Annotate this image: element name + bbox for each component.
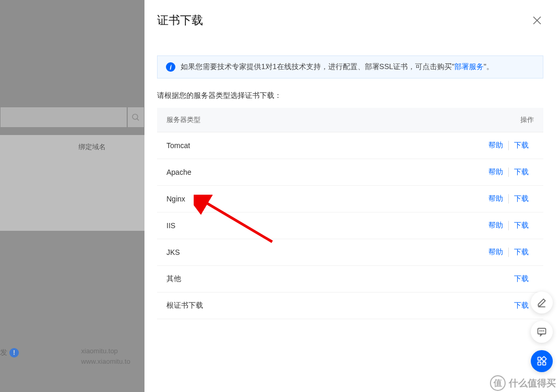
server-type-name: Apache	[166, 168, 191, 176]
search-icon[interactable]	[127, 107, 144, 128]
server-type-name: IIS	[166, 221, 175, 230]
download-link[interactable]: 下载	[508, 221, 534, 230]
help-link[interactable]: 帮助	[483, 221, 508, 230]
table-row: JKS 帮助 下载	[157, 239, 543, 266]
download-link[interactable]: 下载	[508, 248, 534, 257]
svg-point-9	[543, 331, 544, 331]
svg-line-1	[137, 118, 139, 120]
table-row: Apache 帮助 下载	[157, 159, 543, 186]
table-row: 其他 下载	[157, 266, 543, 293]
server-type-table: 服务器类型 操作 Tomcat 帮助 下载 Apache 帮助 下载 Nginx…	[157, 108, 543, 319]
apps-float-button[interactable]	[531, 350, 553, 372]
help-link[interactable]: 帮助	[483, 248, 508, 257]
close-button[interactable]	[531, 14, 543, 27]
svg-point-8	[542, 331, 542, 331]
server-type-name: JKS	[166, 248, 180, 256]
server-type-name: 根证书下载	[166, 301, 203, 310]
table-row: Tomcat 帮助 下载	[157, 132, 543, 159]
svg-rect-11	[538, 362, 541, 365]
cert-download-modal: 证书下载 i 如果您需要技术专家提供1对1在线技术支持，进行配置、部署SSL证书…	[144, 0, 558, 392]
svg-point-7	[540, 331, 540, 331]
svg-rect-13	[541, 356, 546, 361]
watermark: 值 什么值得买	[490, 375, 556, 391]
svg-rect-12	[543, 362, 546, 365]
table-row: IIS 帮助 下载	[157, 212, 543, 239]
download-link[interactable]: 下载	[509, 301, 534, 310]
background-panel: 绑定域名 发 ! xiaomitu.top www.xiaomitu.to	[0, 0, 144, 392]
modal-title: 证书下载	[157, 13, 203, 28]
deploy-service-link[interactable]: 部署服务	[454, 62, 484, 71]
prompt-text: 请根据您的服务器类型选择证书下载：	[157, 91, 543, 100]
download-link[interactable]: 下载	[508, 194, 534, 204]
server-type-name: Tomcat	[166, 141, 190, 150]
edit-float-button[interactable]	[531, 292, 553, 313]
server-type-name: Nginx	[166, 195, 185, 203]
info-icon: i	[166, 62, 175, 72]
help-link[interactable]: 帮助	[483, 141, 508, 150]
help-link[interactable]: 帮助	[483, 194, 508, 204]
server-type-name: 其他	[166, 274, 181, 284]
download-link[interactable]: 下载	[509, 274, 534, 284]
floating-action-buttons	[531, 292, 553, 372]
table-row: 根证书下载 下载	[157, 293, 543, 319]
col-domain-header: 绑定域名	[0, 135, 144, 159]
svg-rect-10	[538, 357, 541, 361]
chat-float-button[interactable]	[531, 321, 553, 343]
table-row: Nginx 帮助 下载	[157, 186, 543, 212]
help-link[interactable]: 帮助	[483, 167, 508, 177]
table-header: 服务器类型 操作	[157, 108, 543, 132]
search-field-bg	[0, 107, 127, 128]
download-link[interactable]: 下载	[508, 167, 534, 177]
download-link[interactable]: 下载	[508, 141, 534, 150]
svg-point-0	[132, 114, 138, 119]
info-banner: i 如果您需要技术专家提供1对1在线技术支持，进行配置、部署SSL证书，可点击购…	[157, 55, 543, 79]
